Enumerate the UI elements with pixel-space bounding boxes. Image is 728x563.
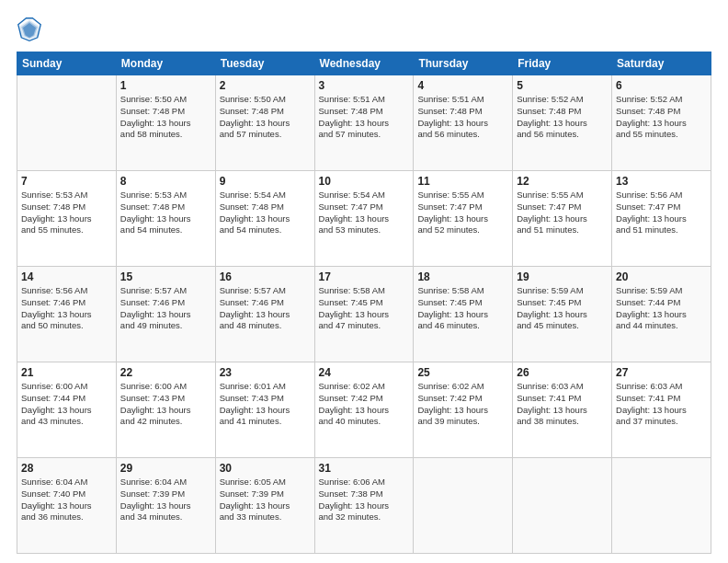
- calendar-cell: 20Sunrise: 5:59 AM Sunset: 7:44 PM Dayli…: [612, 267, 711, 362]
- cell-content: Sunrise: 6:03 AM Sunset: 7:41 PM Dayligh…: [517, 381, 608, 428]
- calendar-table: SundayMondayTuesdayWednesdayThursdayFrid…: [17, 52, 711, 554]
- cell-content: Sunrise: 6:03 AM Sunset: 7:41 PM Dayligh…: [616, 381, 707, 428]
- day-number: 1: [120, 79, 211, 92]
- calendar-cell: 31Sunrise: 6:06 AM Sunset: 7:38 PM Dayli…: [314, 458, 414, 554]
- cell-content: Sunrise: 5:55 AM Sunset: 7:47 PM Dayligh…: [417, 190, 508, 236]
- weekday-header-friday: Friday: [513, 52, 612, 75]
- cell-content: Sunrise: 6:02 AM Sunset: 7:42 PM Dayligh…: [417, 381, 508, 428]
- calendar-cell: [414, 458, 513, 554]
- calendar-cell: [612, 458, 711, 554]
- cell-content: Sunrise: 5:57 AM Sunset: 7:46 PM Dayligh…: [220, 285, 311, 332]
- calendar-cell: 14Sunrise: 5:56 AM Sunset: 7:46 PM Dayli…: [17, 267, 117, 362]
- calendar-week-row: 7Sunrise: 5:53 AM Sunset: 7:48 PM Daylig…: [17, 171, 711, 267]
- day-number: 18: [417, 270, 508, 283]
- calendar-cell: 6Sunrise: 5:52 AM Sunset: 7:48 PM Daylig…: [612, 75, 711, 171]
- day-number: 19: [517, 270, 608, 283]
- calendar-cell: [513, 458, 612, 554]
- calendar-cell: 17Sunrise: 5:58 AM Sunset: 7:45 PM Dayli…: [314, 267, 414, 362]
- cell-content: Sunrise: 5:59 AM Sunset: 7:44 PM Dayligh…: [616, 285, 707, 332]
- weekday-header-sunday: Sunday: [17, 52, 117, 75]
- calendar-cell: 8Sunrise: 5:53 AM Sunset: 7:48 PM Daylig…: [116, 171, 215, 267]
- day-number: 13: [616, 175, 707, 188]
- calendar-cell: 13Sunrise: 5:56 AM Sunset: 7:47 PM Dayli…: [612, 171, 711, 267]
- header: [17, 17, 711, 42]
- cell-content: Sunrise: 5:50 AM Sunset: 7:48 PM Dayligh…: [120, 94, 211, 141]
- calendar-cell: [17, 75, 117, 171]
- calendar-cell: 2Sunrise: 5:50 AM Sunset: 7:48 PM Daylig…: [215, 75, 314, 171]
- calendar-cell: 3Sunrise: 5:51 AM Sunset: 7:48 PM Daylig…: [314, 75, 414, 171]
- cell-content: Sunrise: 6:02 AM Sunset: 7:42 PM Dayligh…: [319, 381, 410, 428]
- calendar-cell: 9Sunrise: 5:54 AM Sunset: 7:48 PM Daylig…: [215, 171, 314, 267]
- day-number: 8: [120, 175, 211, 188]
- day-number: 23: [220, 366, 311, 379]
- page-container: SundayMondayTuesdayWednesdayThursdayFrid…: [0, 0, 728, 563]
- calendar-week-row: 21Sunrise: 6:00 AM Sunset: 7:44 PM Dayli…: [17, 362, 711, 458]
- calendar-cell: 12Sunrise: 5:55 AM Sunset: 7:47 PM Dayli…: [513, 171, 612, 267]
- weekday-header-thursday: Thursday: [414, 52, 513, 75]
- calendar-cell: 22Sunrise: 6:00 AM Sunset: 7:43 PM Dayli…: [116, 362, 215, 458]
- day-number: 4: [417, 79, 508, 92]
- day-number: 28: [21, 462, 112, 475]
- calendar-cell: 10Sunrise: 5:54 AM Sunset: 7:47 PM Dayli…: [314, 171, 414, 267]
- day-number: 20: [616, 270, 707, 283]
- calendar-cell: 7Sunrise: 5:53 AM Sunset: 7:48 PM Daylig…: [17, 171, 117, 267]
- logo: [17, 17, 46, 42]
- calendar-cell: 5Sunrise: 5:52 AM Sunset: 7:48 PM Daylig…: [513, 75, 612, 171]
- day-number: 3: [319, 79, 410, 92]
- cell-content: Sunrise: 6:00 AM Sunset: 7:43 PM Dayligh…: [120, 381, 211, 428]
- cell-content: Sunrise: 5:56 AM Sunset: 7:46 PM Dayligh…: [21, 285, 112, 332]
- calendar-cell: 27Sunrise: 6:03 AM Sunset: 7:41 PM Dayli…: [612, 362, 711, 458]
- day-number: 30: [220, 462, 311, 475]
- weekday-header-wednesday: Wednesday: [314, 52, 414, 75]
- calendar-cell: 11Sunrise: 5:55 AM Sunset: 7:47 PM Dayli…: [414, 171, 513, 267]
- cell-content: Sunrise: 5:59 AM Sunset: 7:45 PM Dayligh…: [517, 285, 608, 332]
- calendar-cell: 18Sunrise: 5:58 AM Sunset: 7:45 PM Dayli…: [414, 267, 513, 362]
- day-number: 10: [319, 175, 410, 188]
- cell-content: Sunrise: 5:51 AM Sunset: 7:48 PM Dayligh…: [319, 94, 410, 141]
- day-number: 16: [220, 270, 311, 283]
- calendar-cell: 1Sunrise: 5:50 AM Sunset: 7:48 PM Daylig…: [116, 75, 215, 171]
- day-number: 29: [120, 462, 211, 475]
- day-number: 22: [120, 366, 211, 379]
- cell-content: Sunrise: 5:55 AM Sunset: 7:47 PM Dayligh…: [517, 190, 608, 236]
- cell-content: Sunrise: 5:50 AM Sunset: 7:48 PM Dayligh…: [220, 94, 311, 141]
- cell-content: Sunrise: 5:57 AM Sunset: 7:46 PM Dayligh…: [120, 285, 211, 332]
- weekday-header-saturday: Saturday: [612, 52, 711, 75]
- calendar-cell: 15Sunrise: 5:57 AM Sunset: 7:46 PM Dayli…: [116, 267, 215, 362]
- weekday-header-row: SundayMondayTuesdayWednesdayThursdayFrid…: [17, 52, 711, 75]
- cell-content: Sunrise: 6:06 AM Sunset: 7:38 PM Dayligh…: [319, 477, 410, 523]
- calendar-cell: 29Sunrise: 6:04 AM Sunset: 7:39 PM Dayli…: [116, 458, 215, 554]
- day-number: 12: [517, 175, 608, 188]
- cell-content: Sunrise: 6:05 AM Sunset: 7:39 PM Dayligh…: [220, 477, 311, 523]
- weekday-header-monday: Monday: [116, 52, 215, 75]
- day-number: 24: [319, 366, 410, 379]
- cell-content: Sunrise: 5:53 AM Sunset: 7:48 PM Dayligh…: [21, 190, 112, 236]
- calendar-cell: 24Sunrise: 6:02 AM Sunset: 7:42 PM Dayli…: [314, 362, 414, 458]
- calendar-cell: 23Sunrise: 6:01 AM Sunset: 7:43 PM Dayli…: [215, 362, 314, 458]
- weekday-header-tuesday: Tuesday: [215, 52, 314, 75]
- calendar-cell: 4Sunrise: 5:51 AM Sunset: 7:48 PM Daylig…: [414, 75, 513, 171]
- calendar-cell: 21Sunrise: 6:00 AM Sunset: 7:44 PM Dayli…: [17, 362, 117, 458]
- cell-content: Sunrise: 6:00 AM Sunset: 7:44 PM Dayligh…: [21, 381, 112, 428]
- day-number: 11: [417, 175, 508, 188]
- cell-content: Sunrise: 5:52 AM Sunset: 7:48 PM Dayligh…: [616, 94, 707, 141]
- calendar-week-row: 14Sunrise: 5:56 AM Sunset: 7:46 PM Dayli…: [17, 267, 711, 362]
- calendar-cell: 19Sunrise: 5:59 AM Sunset: 7:45 PM Dayli…: [513, 267, 612, 362]
- day-number: 25: [417, 366, 508, 379]
- day-number: 26: [517, 366, 608, 379]
- cell-content: Sunrise: 5:51 AM Sunset: 7:48 PM Dayligh…: [417, 94, 508, 141]
- day-number: 15: [120, 270, 211, 283]
- day-number: 9: [220, 175, 311, 188]
- calendar-cell: 28Sunrise: 6:04 AM Sunset: 7:40 PM Dayli…: [17, 458, 117, 554]
- logo-icon: [17, 17, 42, 42]
- calendar-cell: 16Sunrise: 5:57 AM Sunset: 7:46 PM Dayli…: [215, 267, 314, 362]
- cell-content: Sunrise: 5:56 AM Sunset: 7:47 PM Dayligh…: [616, 190, 707, 236]
- calendar-week-row: 28Sunrise: 6:04 AM Sunset: 7:40 PM Dayli…: [17, 458, 711, 554]
- day-number: 31: [319, 462, 410, 475]
- cell-content: Sunrise: 5:58 AM Sunset: 7:45 PM Dayligh…: [319, 285, 410, 332]
- cell-content: Sunrise: 5:54 AM Sunset: 7:47 PM Dayligh…: [319, 190, 410, 236]
- calendar-cell: 25Sunrise: 6:02 AM Sunset: 7:42 PM Dayli…: [414, 362, 513, 458]
- cell-content: Sunrise: 5:53 AM Sunset: 7:48 PM Dayligh…: [120, 190, 211, 236]
- calendar-week-row: 1Sunrise: 5:50 AM Sunset: 7:48 PM Daylig…: [17, 75, 711, 171]
- cell-content: Sunrise: 5:58 AM Sunset: 7:45 PM Dayligh…: [417, 285, 508, 332]
